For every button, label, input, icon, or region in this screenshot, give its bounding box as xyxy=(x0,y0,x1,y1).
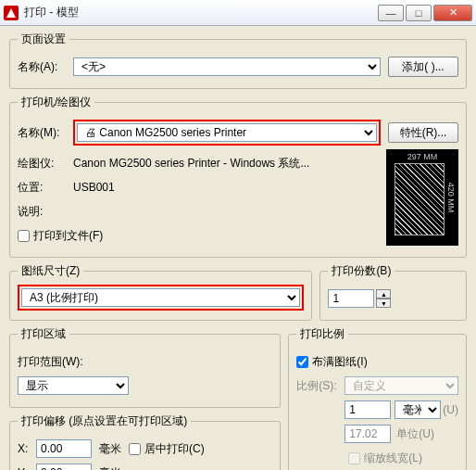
svg-marker-0 xyxy=(6,8,16,18)
plotter-label: 绘图仪: xyxy=(18,156,73,171)
pagesetup-name-select[interactable]: <无> xyxy=(73,57,381,76)
printer-name-label: 名称(M): xyxy=(18,125,73,141)
scale-unit2-label: 单位(U) xyxy=(396,426,434,442)
titlebar: 打印 - 模型 — □ ✕ xyxy=(0,0,476,26)
copies-down[interactable]: ▼ xyxy=(376,299,391,308)
ratio-label: 比例(S): xyxy=(296,378,344,394)
scale-group: 打印比例 布满图纸(I) 比例(S): 自定义 毫米 (U) 单位(U) xyxy=(288,326,467,470)
center-label: 居中打印(C) xyxy=(144,441,205,457)
offset-x-label: X: xyxy=(18,442,36,455)
preview-right-label: 420 MM xyxy=(446,183,456,213)
app-icon xyxy=(4,6,19,20)
location-value: USB001 xyxy=(73,181,115,194)
plotter-value: Canon MG2500 series Printer - Windows 系统… xyxy=(73,156,309,171)
plotrange-label: 打印范围(W): xyxy=(18,354,83,370)
plotarea-group: 打印区域 打印范围(W): 显示 xyxy=(9,326,281,408)
preview-hatch xyxy=(395,163,445,235)
maximize-button[interactable]: □ xyxy=(406,5,432,21)
plotarea-legend: 打印区域 xyxy=(18,326,69,342)
scale-unit1-select[interactable]: 毫米 xyxy=(395,400,441,419)
papersize-group: 图纸尺寸(Z) A3 (比例打印) xyxy=(9,263,312,321)
location-label: 位置: xyxy=(18,180,73,196)
fit-label: 布满图纸(I) xyxy=(312,354,367,370)
lineweight-label: 缩放线宽(L) xyxy=(364,451,422,466)
dialog-content: 页面设置 名称(A): <无> 添加( )... 打印机/绘图仪 名称(M): … xyxy=(0,26,476,470)
printer-legend: 打印机/绘图仪 xyxy=(18,95,94,110)
printer-name-highlight: 🖨 Canon MG2500 series Printer xyxy=(73,120,381,146)
copies-legend: 打印份数(B) xyxy=(328,263,395,279)
offset-y-input[interactable] xyxy=(36,464,92,470)
offset-y-label: Y: xyxy=(18,466,36,470)
papersize-legend: 图纸尺寸(Z) xyxy=(18,263,83,279)
copies-group: 打印份数(B) ▲ ▼ xyxy=(319,263,467,321)
paper-preview: 297 MM 420 MM xyxy=(386,149,458,246)
offset-group: 打印偏移 (原点设置在可打印区域) X: 毫米 居中打印(C) Y: 毫米 xyxy=(9,413,281,470)
minimize-button[interactable]: — xyxy=(378,5,404,21)
copies-up[interactable]: ▲ xyxy=(376,289,391,299)
center-checkbox[interactable] xyxy=(129,443,141,455)
plotrange-select[interactable]: 显示 xyxy=(18,376,129,395)
print-to-file-checkbox[interactable] xyxy=(18,230,30,242)
page-setup-group: 页面设置 名称(A): <无> 添加( )... xyxy=(9,32,467,89)
desc-label: 说明: xyxy=(18,204,73,220)
print-to-file-label: 打印到文件(F) xyxy=(33,228,103,244)
page-setup-legend: 页面设置 xyxy=(18,32,69,47)
fit-checkbox[interactable] xyxy=(296,356,308,368)
printer-group: 打印机/绘图仪 名称(M): 🖨 Canon MG2500 series Pri… xyxy=(9,95,467,258)
window-title: 打印 - 模型 xyxy=(24,5,376,20)
add-pagesetup-button[interactable]: 添加( )... xyxy=(388,57,458,77)
offset-x-input[interactable] xyxy=(36,439,92,458)
unit1-suffix: (U) xyxy=(443,403,458,416)
pagesetup-name-label: 名称(A): xyxy=(18,59,73,75)
offset-x-unit: 毫米 xyxy=(99,441,121,457)
preview-top-label: 297 MM xyxy=(387,152,457,161)
close-button[interactable]: ✕ xyxy=(433,5,472,21)
printer-name-select[interactable]: 🖨 Canon MG2500 series Printer xyxy=(77,123,377,142)
scale-num1-input[interactable] xyxy=(344,400,391,419)
offset-y-unit: 毫米 xyxy=(99,465,121,471)
ratio-select: 自定义 xyxy=(344,376,458,395)
papersize-select[interactable]: A3 (比例打印) xyxy=(21,288,300,307)
printer-props-button[interactable]: 特性(R)... xyxy=(388,122,458,143)
scale-legend: 打印比例 xyxy=(296,326,348,342)
papersize-highlight: A3 (比例打印) xyxy=(18,285,304,311)
copies-input[interactable] xyxy=(328,289,374,308)
scale-num2-input xyxy=(344,425,391,443)
lineweight-checkbox xyxy=(348,452,360,464)
offset-legend: 打印偏移 (原点设置在可打印区域) xyxy=(18,413,191,429)
